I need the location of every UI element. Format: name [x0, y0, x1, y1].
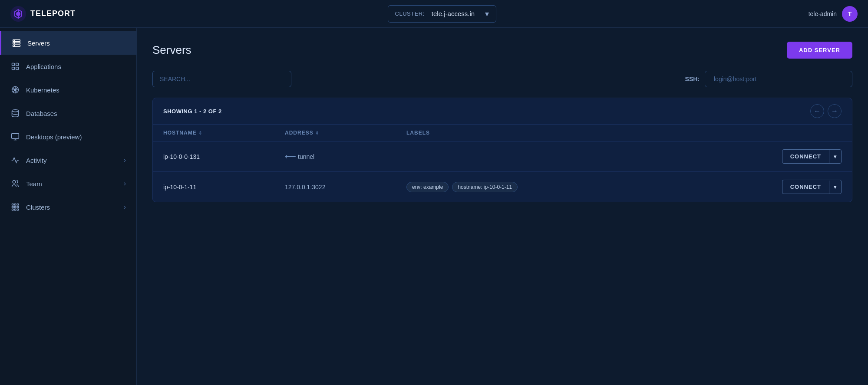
- svg-rect-24: [17, 209, 18, 210]
- label-badge-hostname: hostname: ip-10-0-1-11: [452, 182, 518, 192]
- prev-page-button[interactable]: ←: [810, 104, 824, 118]
- col-header-hostname: HOSTNAME ⇕: [163, 130, 285, 136]
- sidebar-item-databases[interactable]: Databases: [0, 102, 136, 125]
- sidebar-item-clusters[interactable]: Clusters ›: [0, 195, 136, 219]
- col-header-address: ADDRESS ⇕: [285, 130, 406, 136]
- column-headers: HOSTNAME ⇕ ADDRESS ⇕ LABELS: [153, 125, 852, 141]
- tunnel-dash-icon: ⟵: [285, 152, 295, 161]
- username-label: tele-admin: [809, 10, 837, 17]
- header: TELEPORT CLUSTER: tele.j-access.in ▾ tel…: [0, 0, 868, 28]
- clusters-chevron-icon: ›: [124, 203, 126, 211]
- main-layout: Servers Applications Kubernetes: [0, 28, 868, 385]
- sidebar-kubernetes-label: Kubernetes: [26, 86, 126, 94]
- actions-cell-2: CONNECT ▾: [746, 180, 842, 194]
- ssh-input[interactable]: [705, 71, 852, 87]
- sidebar-desktops-label: Desktops (preview): [26, 133, 126, 141]
- svg-rect-18: [17, 204, 18, 205]
- applications-icon: [10, 62, 20, 71]
- connect-dropdown-icon-2[interactable]: ▾: [829, 181, 841, 194]
- desktops-icon: [10, 132, 20, 141]
- table-header-bar: SHOWING 1 - 2 of 2 ← →: [153, 98, 852, 125]
- col-header-labels: LABELS: [406, 130, 746, 136]
- sidebar-item-activity[interactable]: Activity ›: [0, 148, 136, 172]
- teleport-logo-icon: [10, 6, 26, 22]
- connect-button-1[interactable]: CONNECT ▾: [782, 149, 842, 164]
- svg-rect-14: [12, 134, 19, 139]
- avatar[interactable]: T: [842, 6, 858, 22]
- clusters-icon: [10, 202, 20, 212]
- svg-point-6: [14, 43, 15, 44]
- connect-button-2[interactable]: CONNECT ▾: [782, 180, 842, 194]
- address-sort-icon: ⇕: [315, 131, 319, 135]
- svg-point-5: [14, 40, 15, 41]
- svg-point-7: [14, 45, 15, 46]
- col-header-actions: [746, 130, 842, 136]
- cluster-label: CLUSTER:: [395, 10, 425, 17]
- svg-rect-10: [12, 67, 15, 70]
- actions-cell-1: CONNECT ▾: [746, 149, 842, 164]
- main-content: Servers ADD SERVER SSH: SHOWING 1 - 2 of…: [137, 28, 868, 385]
- sidebar-databases-label: Databases: [26, 110, 126, 117]
- sidebar-item-team[interactable]: Team ›: [0, 172, 136, 195]
- svg-rect-21: [17, 206, 18, 207]
- svg-rect-19: [12, 206, 13, 207]
- sidebar-item-desktops[interactable]: Desktops (preview): [0, 125, 136, 148]
- sidebar: Servers Applications Kubernetes: [0, 28, 137, 385]
- showing-count: SHOWING 1 - 2 of 2: [163, 108, 222, 115]
- svg-point-13: [12, 110, 19, 112]
- team-icon: [10, 179, 20, 188]
- table-row: ip-10-0-1-11 127.0.0.1:3022 env: example…: [153, 172, 852, 202]
- table-row: ip-10-0-0-131 ⟵ tunnel CONNECT ▾: [153, 141, 852, 172]
- activity-icon: [10, 155, 20, 165]
- svg-rect-23: [14, 209, 16, 210]
- label-badge-env: env: example: [406, 182, 449, 192]
- sidebar-servers-label: Servers: [27, 39, 126, 47]
- sidebar-activity-label: Activity: [26, 157, 118, 164]
- page-header: Servers ADD SERVER: [152, 42, 852, 59]
- address-cell-1: ⟵ tunnel: [285, 152, 406, 161]
- kubernetes-icon: [10, 85, 20, 95]
- search-input[interactable]: [152, 71, 291, 87]
- next-page-button[interactable]: →: [828, 104, 842, 118]
- server-icon: [12, 38, 21, 48]
- cluster-selector[interactable]: CLUSTER: tele.j-access.in ▾: [388, 5, 497, 23]
- hostname-sort-icon: ⇕: [198, 131, 202, 135]
- labels-cell-2: env: example hostname: ip-10-0-1-11: [406, 182, 746, 192]
- hostname-cell-2: ip-10-0-1-11: [163, 184, 285, 191]
- servers-table: SHOWING 1 - 2 of 2 ← → HOSTNAME ⇕ ADDRES…: [152, 98, 852, 202]
- svg-rect-8: [12, 63, 15, 66]
- activity-chevron-icon: ›: [124, 156, 126, 164]
- svg-point-1: [16, 12, 20, 16]
- add-server-button[interactable]: ADD SERVER: [787, 42, 852, 59]
- sidebar-team-label: Team: [26, 180, 118, 188]
- cluster-chevron-icon: ▾: [485, 9, 489, 19]
- hostname-cell-1: ip-10-0-0-131: [163, 153, 285, 160]
- address-cell-2: 127.0.0.1:3022: [285, 184, 406, 191]
- svg-rect-20: [14, 206, 16, 207]
- cluster-value: tele.j-access.in: [432, 10, 475, 17]
- sidebar-item-applications[interactable]: Applications: [0, 55, 136, 78]
- logo: TELEPORT: [10, 6, 76, 22]
- svg-rect-17: [14, 204, 16, 205]
- svg-point-15: [13, 181, 16, 184]
- sidebar-applications-label: Applications: [26, 63, 126, 70]
- svg-rect-22: [12, 209, 13, 210]
- pagination-arrows: ← →: [810, 104, 842, 118]
- svg-rect-9: [16, 63, 19, 66]
- sidebar-item-kubernetes[interactable]: Kubernetes: [0, 78, 136, 102]
- databases-icon: [10, 109, 20, 118]
- connect-dropdown-icon-1[interactable]: ▾: [829, 150, 841, 163]
- page-title: Servers: [152, 43, 191, 57]
- sidebar-item-servers[interactable]: Servers: [0, 31, 136, 55]
- ssh-row: SSH:: [685, 71, 852, 87]
- ssh-label: SSH:: [685, 76, 700, 82]
- search-ssh-row: SSH:: [152, 71, 852, 87]
- svg-rect-11: [16, 67, 19, 70]
- team-chevron-icon: ›: [124, 180, 126, 188]
- sidebar-clusters-label: Clusters: [26, 204, 118, 211]
- logo-text: TELEPORT: [30, 9, 76, 18]
- svg-rect-16: [12, 204, 13, 205]
- user-area: tele-admin T: [809, 6, 858, 22]
